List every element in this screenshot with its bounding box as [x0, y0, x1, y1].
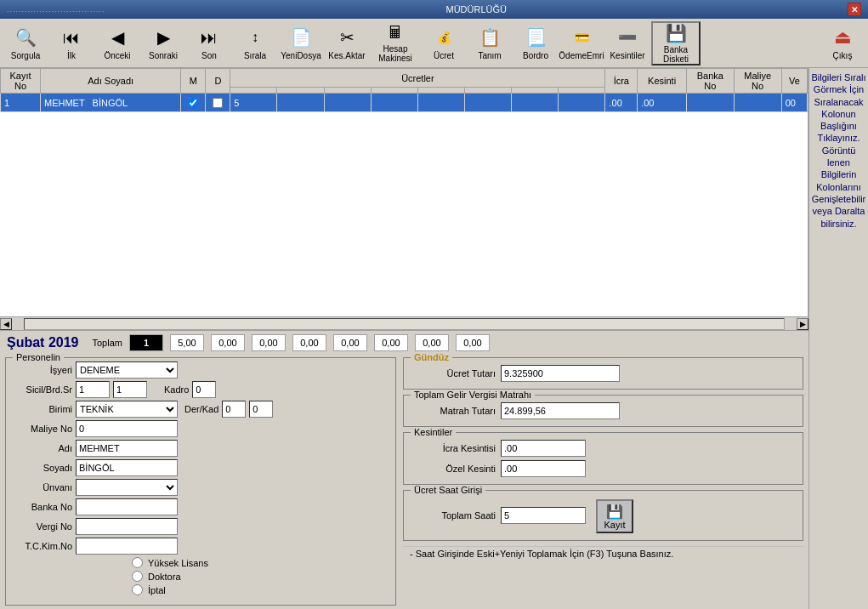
status-val-5: 0,00: [333, 334, 367, 351]
adi-input[interactable]: [76, 440, 178, 457]
kesatkar-button[interactable]: ✂ Kes.Aktar: [325, 21, 369, 65]
sicil-input1[interactable]: [76, 381, 110, 398]
ilk-button[interactable]: ⏮ İlk: [49, 21, 94, 65]
birim-label: Birimi: [13, 404, 72, 414]
sicil-input2[interactable]: [113, 381, 147, 398]
derkad-input2[interactable]: [249, 401, 273, 418]
toplam-saat-row: Toplam Saati 💾 Kayıt: [411, 498, 796, 533]
scroll-left-arrow[interactable]: ◀: [0, 318, 12, 330]
yenidosya-label: YeniDosya: [281, 51, 321, 60]
bordro-button[interactable]: 📃 Bordro: [513, 21, 558, 65]
ozel-kesinti-label: Özel Kesinti: [411, 464, 496, 474]
info-text: Bilgileri Sıralı Görmek İçin Sıralanacak…: [811, 72, 865, 229]
ozel-kesinti-input[interactable]: [501, 460, 586, 477]
icra-kesinti-input[interactable]: [501, 440, 586, 457]
kesatkar-label: Kes.Aktar: [328, 51, 365, 60]
bordro-label: Bordro: [523, 51, 548, 60]
exit-button[interactable]: ⏏ Çıkış: [820, 21, 865, 65]
tanim-button[interactable]: 📋 Tanım: [468, 21, 512, 65]
personel-box: Personelin İşyeri DENEME Sicil/Brd.Sr Ka…: [5, 357, 396, 606]
yuksek-lisans-radio[interactable]: [132, 557, 143, 568]
cell-u4: [371, 94, 417, 112]
maliyeno-input[interactable]: [76, 420, 178, 437]
col-ve: Ve: [781, 69, 807, 94]
kesintiler-button[interactable]: ➖ Kesintiler: [605, 21, 650, 65]
toplam-label: Toplam: [92, 338, 122, 348]
doktora-radio[interactable]: [132, 571, 143, 582]
adi-label: Adı: [13, 443, 72, 453]
iptal-radio[interactable]: [132, 584, 143, 595]
ucret-button[interactable]: 💰 Ücret: [422, 21, 466, 65]
hesapmakinesi-button[interactable]: 🖩 Hesap Makinesi: [371, 21, 420, 65]
cell-maliyeno: [734, 94, 781, 112]
cell-u2: [277, 94, 324, 112]
m-checkbox[interactable]: [188, 98, 198, 108]
kayit-button[interactable]: 💾 Kayıt: [596, 499, 633, 533]
tckimno-input[interactable]: [76, 538, 178, 555]
tckimno-row: T.C.Kim.No: [13, 538, 389, 555]
soyadi-label: Soyadı: [13, 463, 72, 473]
bankadisketi-button[interactable]: 💾 Banka Disketi: [651, 21, 701, 65]
sorgula-button[interactable]: 🔍 Sorgula: [3, 21, 48, 65]
matrah-input[interactable]: [501, 402, 620, 419]
isyeri-label: İşyeri: [13, 365, 72, 375]
right-panels: Gündüz Ücret Tutarı Toplam Gelir Vergisi…: [403, 357, 803, 606]
yenidosya-button[interactable]: 📄 YeniDosya: [279, 21, 323, 65]
status-val-8: 0,00: [456, 334, 490, 351]
soyadi-input[interactable]: [76, 459, 178, 476]
ucretler-header: Ücretler: [230, 69, 605, 88]
month-year: Şubat 2019: [7, 335, 78, 350]
maliyeno-row: Maliye No: [13, 420, 389, 437]
gunduz-title: Gündüz: [411, 352, 452, 362]
ucret-tutar-input[interactable]: [501, 365, 620, 382]
cell-u8: [559, 94, 605, 112]
status-val-7: 0,00: [415, 334, 449, 351]
sorgula-icon: 🔍: [14, 26, 37, 49]
status-val-6: 0,00: [374, 334, 408, 351]
matrah-label: Matrah Tutarı: [411, 406, 496, 416]
isyeri-select[interactable]: DENEME: [76, 361, 178, 378]
employee-table: KayıtNo Adı Soyadı M D Ücretler İcra Kes…: [0, 68, 808, 106]
son-button[interactable]: ⏭ Son: [187, 21, 231, 65]
kayit-label: Kayıt: [604, 520, 625, 530]
scroll-right-arrow[interactable]: ▶: [797, 318, 808, 330]
cell-u1: 5: [230, 94, 277, 112]
bankano-input[interactable]: [76, 498, 178, 515]
kadro-input[interactable]: [192, 381, 216, 398]
title-dots: .................................: [7, 5, 105, 14]
odemeemri-label: ÖdemeEmri: [559, 51, 604, 60]
col-u8: [559, 88, 605, 94]
cell-kesinti: .00: [638, 94, 687, 112]
status-bar: Şubat 2019 Toplam 1 5,00 0,00 0,00 0,00 …: [0, 330, 808, 354]
icra-kesinti-row: İcra Kesintisi: [411, 440, 796, 457]
tanim-label: Tanım: [478, 51, 501, 60]
sonraki-button[interactable]: ▶ Sonraki: [141, 21, 185, 65]
derkad-input1[interactable]: [222, 401, 246, 418]
col-bankano: BankaNo: [687, 69, 734, 94]
cell-bankano: [687, 94, 734, 112]
col-u7: [512, 88, 559, 94]
cell-m: [181, 94, 206, 112]
gelir-vergisi-title: Toplam Gelir Vergisi Matrahı: [411, 390, 535, 400]
scrollbar-track[interactable]: [24, 318, 785, 330]
iptal-row: İptal: [132, 584, 389, 595]
close-button[interactable]: ✕: [848, 3, 861, 16]
hint-text: - Saat Girişinde Eski+Yeniyi Toplamak İç…: [410, 549, 673, 559]
col-m: M: [181, 69, 206, 94]
tckimno-label: T.C.Kim.No: [13, 541, 72, 551]
vergino-input[interactable]: [76, 518, 178, 535]
toplam-saat-input[interactable]: [501, 507, 586, 524]
iptal-label: İptal: [148, 585, 166, 595]
odemeemri-button[interactable]: 💳 ÖdemeEmri: [559, 21, 604, 65]
d-checkbox[interactable]: [213, 98, 223, 108]
horizontal-scrollbar[interactable]: ◀ ▶: [0, 316, 808, 330]
sicil-label: Sicil/Brd.Sr: [13, 384, 72, 395]
sirala-button[interactable]: ↕ Sırala: [233, 21, 277, 65]
birim-select[interactable]: TEKNİK: [76, 401, 178, 418]
hesapmakinesi-icon: 🖩: [383, 23, 407, 43]
kesintiler-icon: ➖: [616, 26, 639, 49]
table-row[interactable]: 1 MEHMET BİNGÖL 5: [1, 94, 808, 112]
gelir-vergisi-panel: Toplam Gelir Vergisi Matrahı Matrah Tuta…: [403, 395, 803, 427]
onceki-button[interactable]: ◀ Önceki: [95, 21, 139, 65]
unvani-select[interactable]: [76, 479, 178, 496]
